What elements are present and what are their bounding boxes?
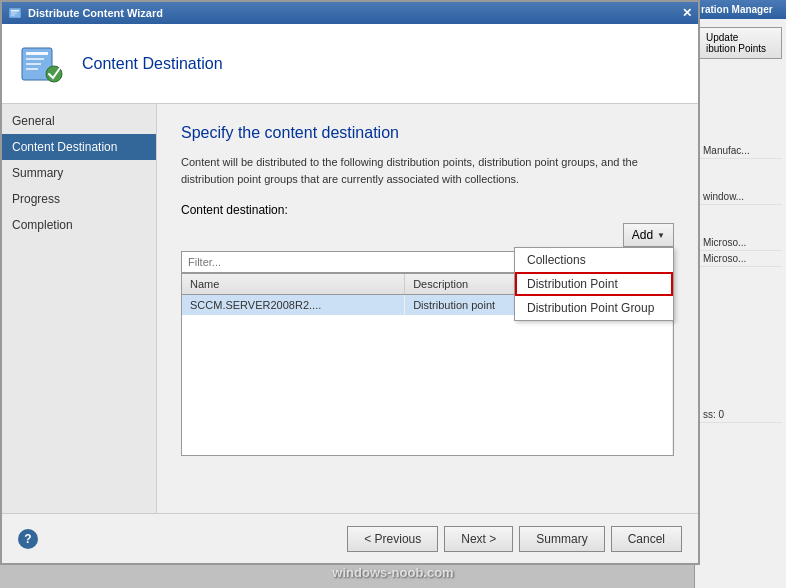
bg-window-content: Update ibution Points Manufac... window.…: [695, 19, 786, 427]
watermark: windows-noob.com: [332, 565, 453, 580]
bg-update-btn[interactable]: Update ibution Points: [699, 27, 782, 59]
footer-right: < Previous Next > Summary Cancel: [347, 526, 682, 552]
svg-rect-6: [26, 58, 44, 60]
wizard-header: Content Destination: [2, 24, 698, 104]
svg-rect-1: [11, 10, 19, 12]
background-window: ration Manager Update ibution Points Man…: [694, 0, 786, 588]
bg-item-manuf: Manufac...: [699, 143, 782, 159]
svg-rect-3: [11, 15, 15, 16]
wizard-body: General Content Destination Summary Prog…: [2, 104, 698, 535]
title-bar-left: Distribute Content Wizard: [8, 6, 163, 20]
footer-left: ?: [18, 529, 38, 549]
content-area: Specify the content destination Content …: [157, 104, 698, 535]
svg-rect-7: [26, 63, 41, 65]
filter-input[interactable]: [181, 251, 556, 273]
table-empty-row: [182, 315, 673, 455]
cell-name: SCCM.SERVER2008R2....: [182, 295, 405, 316]
add-button-label: Add: [632, 228, 653, 242]
cancel-button[interactable]: Cancel: [611, 526, 682, 552]
wizard-footer: ? < Previous Next > Summary Cancel: [2, 513, 698, 563]
bg-item-ms2: Microso...: [699, 251, 782, 267]
sidebar-item-completion[interactable]: Completion: [2, 212, 156, 238]
svg-rect-8: [26, 68, 38, 70]
wizard-title-bar: Distribute Content Wizard ✕: [2, 2, 698, 24]
wizard-title-icon: [8, 6, 22, 20]
wizard-window: Distribute Content Wizard ✕ Content Dest…: [0, 0, 700, 565]
close-button[interactable]: ✕: [682, 7, 692, 19]
content-destination-label: Content destination:: [181, 203, 674, 217]
add-dropdown-menu: Collections Distribution Point Distribut…: [514, 247, 674, 321]
bg-item-ms1: Microso...: [699, 235, 782, 251]
description-text: Content will be distributed to the follo…: [181, 154, 674, 187]
header-title: Content Destination: [82, 55, 223, 73]
dropdown-arrow-icon: ▼: [657, 231, 665, 240]
add-button-wrapper: Add ▼ Collections Distribution Point Dis…: [181, 223, 674, 247]
dropdown-item-collections[interactable]: Collections: [515, 248, 673, 272]
next-button[interactable]: Next >: [444, 526, 513, 552]
filter-wrapper: 🔍: [181, 251, 556, 273]
sidebar-item-progress[interactable]: Progress: [2, 186, 156, 212]
dropdown-item-distribution-point-group[interactable]: Distribution Point Group: [515, 296, 673, 320]
sidebar-item-summary[interactable]: Summary: [2, 160, 156, 186]
bg-item-ss: ss: 0: [699, 407, 782, 423]
header-icon: [18, 40, 66, 88]
dropdown-item-distribution-point[interactable]: Distribution Point: [515, 272, 673, 296]
wizard-title-text: Distribute Content Wizard: [28, 7, 163, 19]
summary-button[interactable]: Summary: [519, 526, 604, 552]
svg-rect-5: [26, 52, 48, 55]
sidebar-item-general[interactable]: General: [2, 108, 156, 134]
sidebar-item-content-destination[interactable]: Content Destination: [2, 134, 156, 160]
bg-window-title: ration Manager: [695, 0, 786, 19]
sidebar: General Content Destination Summary Prog…: [2, 104, 157, 535]
help-button[interactable]: ?: [18, 529, 38, 549]
bg-item-window: window...: [699, 189, 782, 205]
svg-rect-2: [11, 13, 17, 14]
previous-button[interactable]: < Previous: [347, 526, 438, 552]
col-header-name: Name: [182, 274, 405, 295]
add-button[interactable]: Add ▼: [623, 223, 674, 247]
content-title: Specify the content destination: [181, 124, 674, 142]
